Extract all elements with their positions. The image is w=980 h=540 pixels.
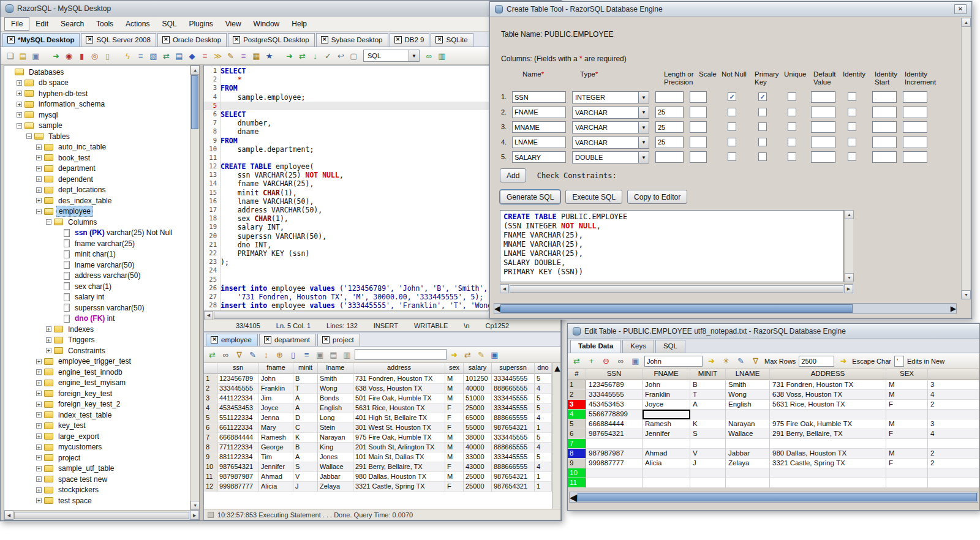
edit-horizontal-scrollbar[interactable]: ◀ [569, 492, 978, 503]
dialog-horizontal-scrollbar[interactable]: ◀ ▶ [494, 303, 957, 314]
max-rows-input[interactable] [799, 356, 834, 367]
edit-table-cell[interactable] [690, 410, 726, 419]
edit-table-cell[interactable]: 3321 Castle, Spring TX [770, 459, 886, 468]
edit-table-row[interactable]: 9999887777AliciaJZelaya3321 Castle, Spri… [568, 459, 979, 468]
table-cell[interactable]: 987987987 [217, 472, 259, 482]
connection-tab-sybase-desktop[interactable]: ✕Sybase Desktop [316, 33, 388, 47]
table-cell[interactable]: 551122334 [217, 413, 259, 423]
format-sql-icon[interactable]: ≡ [199, 50, 211, 62]
menu-item-sql[interactable]: SQL [156, 18, 183, 30]
edit-table-cell[interactable]: John [643, 380, 690, 390]
table-cell[interactable]: Franklin [259, 384, 293, 394]
table-cell[interactable]: 5 [535, 374, 552, 384]
edit-table-cell[interactable]: T [690, 390, 726, 400]
tree-item-dno-fk-int[interactable]: dno (FK) int [4, 313, 190, 324]
edit-table-cell[interactable]: 5631 Rice, Houston TX [770, 400, 886, 410]
tree-expander-icon[interactable]: + [36, 176, 42, 182]
table-cell[interactable]: M [445, 472, 464, 482]
length-input[interactable] [655, 121, 684, 133]
tree-expander-icon[interactable]: + [36, 423, 42, 429]
identity-start-input[interactable] [872, 91, 897, 103]
edit-table-row[interactable]: 7 [568, 439, 979, 449]
reload-icon[interactable]: ⇄ [296, 50, 308, 62]
table-cell[interactable]: 638 Voss, Houston TX [353, 384, 445, 394]
table-cell[interactable]: F [445, 423, 464, 433]
tree-item-fname-varchar-25[interactable]: fname varchar(25) [4, 238, 190, 249]
sql-vertical-scrollbar[interactable]: ▲ ▼ [844, 210, 853, 282]
column-header-sex[interactable]: SEX [886, 369, 928, 380]
table-cell[interactable]: Long [318, 413, 353, 423]
edit-table-cell[interactable]: M [886, 390, 928, 400]
execute-sql-button[interactable]: Execute SQL [565, 190, 622, 204]
connection-tab-sqlite[interactable]: ✕SQLite [431, 33, 473, 47]
chevron-down-icon[interactable]: ▼ [638, 152, 649, 163]
primary-key-checkbox[interactable] [758, 122, 767, 131]
tab-close-icon[interactable]: ✕ [211, 336, 218, 343]
edit-table-cell[interactable] [586, 478, 643, 488]
tree-expander-icon[interactable]: + [17, 80, 22, 86]
edit-table-cell[interactable] [643, 439, 690, 449]
tree-item-space-test-new[interactable]: +space test new [4, 474, 190, 485]
tree-item-sample-utf-table[interactable]: +sample_utf_table [4, 463, 190, 474]
tree-item-dept-locations[interactable]: +dept_locations [4, 185, 190, 196]
tree-expander-icon[interactable]: + [36, 359, 42, 364]
edit-table-cell[interactable] [726, 478, 770, 488]
length-input[interactable] [655, 151, 684, 163]
column-header-rownum[interactable]: # [568, 369, 586, 380]
row-number[interactable]: 3 [568, 400, 586, 410]
table-cell[interactable]: F [445, 482, 464, 492]
delete-row-icon[interactable]: ⊖ [600, 355, 612, 367]
table-cell[interactable]: J [293, 482, 318, 492]
row-number[interactable]: 5 [204, 413, 217, 423]
scroll-left-icon[interactable]: ◀ [4, 511, 13, 520]
refresh-icon[interactable]: ⇄ [571, 355, 582, 367]
tree-scroll-thumb[interactable] [191, 75, 198, 129]
table-cell[interactable]: 987654321 [492, 423, 535, 433]
tree-item-des-index-table[interactable]: +des_index_table [4, 195, 190, 206]
scroll-down-icon[interactable]: ▼ [190, 501, 199, 510]
tree-item-ssn-pk-varchar-25-not-null[interactable]: ssn (PK) varchar(25) Not Null [4, 228, 190, 239]
table-cell[interactable]: K [293, 433, 318, 443]
table-cell[interactable]: 5 [535, 403, 552, 413]
edit-cell-icon[interactable]: ✎ [735, 355, 747, 367]
identity-start-input[interactable] [872, 137, 897, 148]
merge-icon[interactable]: ≡ [238, 50, 249, 62]
table-cell[interactable]: 980 Dallas, Houston TX [353, 472, 445, 482]
table-cell[interactable]: Jabbar [318, 472, 353, 482]
menu-item-file[interactable]: File [4, 17, 29, 31]
tree-expander-icon[interactable]: + [36, 433, 42, 439]
unique-checkbox[interactable] [788, 122, 796, 131]
table-cell[interactable]: Smith [318, 374, 353, 384]
chevron-down-icon[interactable]: ▼ [638, 92, 649, 103]
table-cell[interactable]: 501 Fire Oak, Humble TX [353, 394, 445, 403]
column-type-select[interactable]: VARCHAR▼ [572, 107, 649, 119]
identity-checkbox[interactable] [848, 108, 856, 116]
table-cell[interactable]: 401 High St, Bellaire TX [353, 413, 445, 423]
export-icon[interactable]: ▯ [287, 349, 299, 361]
row-number[interactable]: 7 [204, 433, 217, 443]
default-value-input[interactable] [811, 137, 835, 148]
edit-table-cell[interactable]: 5566778899 [586, 410, 643, 419]
column-header-lname[interactable]: lname [318, 363, 353, 374]
table-cell[interactable]: 661122334 [217, 423, 259, 433]
edit-hscroll-thumb[interactable] [578, 493, 977, 501]
connection-tab-postgresql-desktop[interactable]: ✕PostgreSQL Desktop [228, 33, 315, 47]
edit-options-icon[interactable]: ✎ [225, 50, 236, 62]
edit-table-cell[interactable]: 453453453 [586, 400, 643, 410]
identity-checkbox[interactable] [848, 122, 856, 131]
table-cell[interactable]: 5 [535, 433, 552, 443]
not-null-checkbox[interactable] [728, 138, 736, 146]
edit-cell-icon[interactable]: ✎ [247, 349, 258, 361]
tree-item-superssn-varchar-50[interactable]: superssn varchar(50) [4, 302, 190, 313]
tree-expander-icon[interactable]: + [36, 380, 42, 386]
table-cell[interactable]: 43000 [464, 462, 492, 472]
open-folder-icon[interactable]: ▤ [17, 50, 29, 62]
generated-sql-text[interactable]: CREATE TABLE PUBLIC.EMPLOYEE(SSN INTEGER… [500, 210, 844, 282]
column-name-input[interactable] [512, 107, 566, 118]
tree-item-sex-char-1[interactable]: sex char(1) [4, 281, 190, 292]
tab-close-icon[interactable]: ✕ [86, 36, 93, 43]
edit-table-cell[interactable]: 3 [928, 419, 979, 429]
fetch-icon[interactable]: ↓ [309, 50, 321, 62]
table-cell[interactable]: 888666555 [492, 462, 535, 472]
table-cell[interactable]: M [445, 452, 464, 462]
